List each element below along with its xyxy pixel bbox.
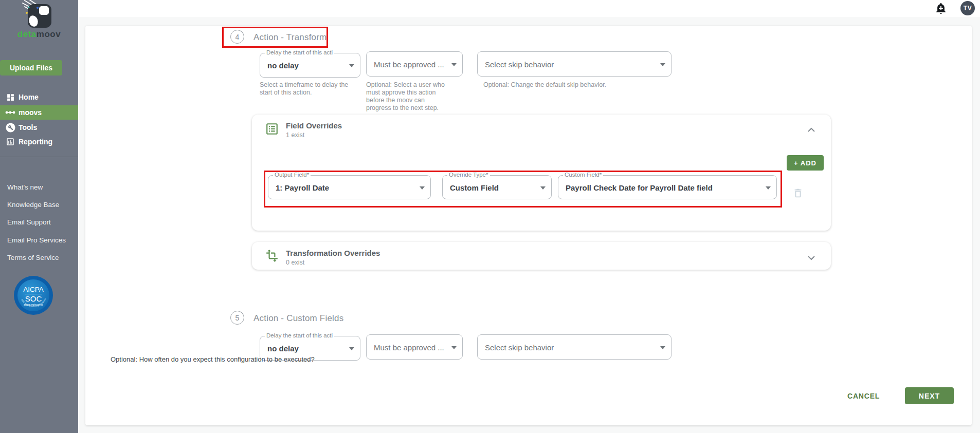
step4-delay-helper: Select a timeframe to delay the start of…: [260, 81, 350, 97]
link-terms-of-service[interactable]: Terms of Service: [7, 254, 59, 261]
add-alert-bell-icon[interactable]: [935, 2, 947, 14]
step4-approver-helper: Optional: Select a user who must approve…: [366, 81, 451, 112]
brand-name-green: deta: [17, 29, 37, 39]
link-knowledge-base[interactable]: Knowledge Base: [7, 201, 59, 209]
step5-delay-label: Delay the start of this acti: [265, 332, 334, 338]
app-window: TV detamoov Upload Files: [0, 0, 980, 433]
link-email-support[interactable]: Email Support: [7, 218, 51, 226]
transformation-overrides-title: Transformation Overrides: [286, 249, 380, 257]
sidebar-item-moovs[interactable]: moovs: [0, 105, 78, 120]
wrench-icon: [5, 123, 15, 133]
brand-name-dark: moov: [37, 29, 61, 39]
brand-logo-icon: [19, 0, 53, 32]
transformation-overrides-count: 0 exist: [286, 259, 304, 266]
step4-approver-value: Must be approved ...: [374, 60, 444, 68]
step5-title: Action - Custom Fields: [253, 313, 343, 324]
soc-badge-top-text: AICPA: [23, 286, 44, 293]
step4-delay-value: no delay: [267, 61, 299, 70]
field-overrides-card: Field Overrides 1 exist: [252, 115, 831, 231]
dropdown-arrow-icon: [349, 64, 354, 67]
sidebar-item-label: Reporting: [19, 138, 52, 146]
step4-delay-label: Delay the start of this acti: [265, 49, 334, 55]
step4-skip-select[interactable]: Select skip behavior: [477, 51, 672, 77]
sidebar-item-home[interactable]: Home: [0, 90, 78, 104]
cancel-button[interactable]: CANCEL: [847, 392, 880, 400]
sidebar: detamoov Upload Files Home moovs Tools: [0, 0, 78, 433]
custom-field-label: Custom Field*: [563, 172, 603, 178]
chevron-up-icon[interactable]: [807, 125, 815, 134]
step5-skip-value: Select skip behavior: [485, 343, 554, 351]
delete-override-icon[interactable]: [792, 187, 804, 201]
top-bar: TV: [78, 0, 980, 17]
step4-skip-helper: Optional: Change the default skip behavi…: [483, 81, 699, 89]
step5-skip-select[interactable]: Select skip behavior: [477, 334, 672, 360]
add-field-override-button[interactable]: + ADD: [787, 155, 824, 171]
step5-approver-select[interactable]: Must be approved ...: [366, 334, 463, 360]
field-overrides-title: Field Overrides: [286, 121, 342, 130]
output-field-label: Output Field*: [273, 172, 311, 178]
sidebar-item-label: Tools: [19, 123, 37, 131]
custom-field-select[interactable]: Custom Field* Payroll Check Date for Pay…: [558, 175, 777, 199]
link-email-pro-services[interactable]: Email Pro Services: [7, 236, 66, 244]
sidebar-item-label: moovs: [19, 108, 42, 117]
step4-title: Action - Transform: [253, 32, 326, 43]
dashboard-icon: [5, 93, 15, 102]
soc-badge-bottom-text: SOC: [25, 294, 42, 303]
override-type-select[interactable]: Override Type* Custom Field: [442, 175, 552, 199]
step5-circle: 5: [230, 311, 244, 325]
dropdown-arrow-icon: [660, 346, 665, 349]
field-overrides-count: 1 exist: [286, 131, 304, 139]
chevron-down-icon[interactable]: [807, 253, 815, 262]
dropdown-arrow-icon: [540, 186, 546, 190]
override-type-value: Custom Field: [450, 183, 499, 192]
moovs-dots-icon: [5, 110, 15, 115]
user-avatar[interactable]: TV: [960, 1, 975, 15]
aicpa-soc-badge[interactable]: AICPA SOC aicpa.org/soc4so SOC for Servi…: [13, 275, 53, 317]
step4-delay-select[interactable]: Delay the start of this acti no delay: [260, 53, 360, 78]
step4-number: 4: [235, 33, 240, 41]
sidebar-item-label: Home: [19, 93, 39, 101]
dropdown-arrow-icon: [766, 186, 771, 190]
brand-name: detamoov: [0, 29, 78, 40]
step4-circle: 4: [230, 30, 244, 44]
transform-icon: [265, 249, 279, 265]
sidebar-item-tools[interactable]: Tools: [0, 120, 78, 135]
link-whats-new[interactable]: What's new: [7, 183, 43, 191]
execution-frequency-note: Optional: How often do you expect this c…: [111, 355, 315, 363]
sidebar-item-reporting[interactable]: Reporting: [0, 135, 78, 149]
dropdown-arrow-icon: [451, 346, 457, 349]
step5-approver-value: Must be approved ...: [374, 343, 444, 351]
dropdown-arrow-icon: [660, 63, 665, 66]
step4-skip-value: Select skip behavior: [485, 60, 554, 68]
dropdown-arrow-icon: [349, 347, 354, 350]
next-button[interactable]: NEXT: [905, 387, 954, 404]
transformation-overrides-card: Transformation Overrides 0 exist: [252, 242, 831, 270]
step5-number: 5: [235, 314, 240, 322]
dropdown-arrow-icon: [420, 186, 425, 190]
step4-approver-select[interactable]: Must be approved ...: [366, 51, 463, 77]
field-overrides-list-icon: [265, 122, 279, 138]
override-type-label: Override Type*: [447, 172, 490, 178]
step5-delay-value: no delay: [267, 344, 299, 353]
dropdown-arrow-icon: [451, 63, 457, 66]
bar-chart-icon: [5, 137, 15, 146]
output-field-select[interactable]: Output Field* 1: Payroll Date: [268, 175, 431, 199]
output-field-value: 1: Payroll Date: [276, 183, 329, 192]
custom-field-value: Payroll Check Date for Payroll Date fiel…: [566, 183, 713, 192]
upload-files-button[interactable]: Upload Files: [0, 60, 62, 76]
sidebar-divider: [0, 157, 78, 157]
